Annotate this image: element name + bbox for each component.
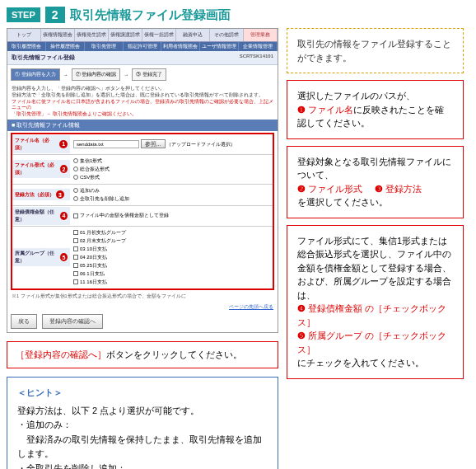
panel-title: ■ 取引先情報ファイル情報: [7, 120, 278, 131]
badge-ref-1: ❶: [297, 105, 306, 115]
step-header: STEP 2 取引先情報ファイル登録画面: [7, 7, 469, 23]
badge-ref-3: ❸: [375, 184, 383, 194]
tab-top[interactable]: トップ: [7, 29, 41, 41]
radio-format-3[interactable]: CSV形式: [73, 174, 269, 181]
check-group-3[interactable]: 03 10日支払: [73, 246, 269, 253]
flow-steps: ① 登録内容を入力 → ② 登録内容の確認 → ③ 登録完了: [7, 65, 278, 84]
row-fileformat: ファイル形式（必須）2 集信1形式 総合振込形式 CSV形式: [12, 155, 273, 185]
tab-hassei[interactable]: 債権発生請求: [75, 29, 109, 41]
note-line: にチェックを入れてください。: [297, 358, 424, 368]
page-top-link[interactable]: ページの先頭へ戻る: [229, 304, 273, 309]
hint-item-1-title: ・追加のみ：: [17, 418, 268, 433]
subtab-5[interactable]: ユーザ情報管理: [200, 42, 239, 51]
radio-method-2[interactable]: 全取引先を削除し追加: [73, 195, 269, 203]
badge-3: 3: [56, 190, 64, 199]
note-line: 登録対象となる取引先情報ファイルについて、: [297, 157, 451, 181]
flow-step-3: ③ 登録完了: [132, 68, 166, 81]
ref-text-3: 登録方法: [385, 184, 422, 194]
label-method: 登録方法（必須）3: [12, 189, 70, 200]
footnote: ※1 ファイル形式が集信1形式または総合振込形式の場合で、金額をファイルに: [7, 292, 278, 301]
callout-emph: ［登録内容の確認へ］: [16, 349, 106, 359]
section-title: 取引先情報ファイル登録: [12, 54, 75, 60]
check-group-4[interactable]: 04 20日支払: [73, 254, 269, 261]
radio-method-1[interactable]: 追加のみ: [73, 187, 269, 195]
subtab-4[interactable]: 利用者情報照会: [161, 42, 200, 51]
radio-format-1[interactable]: 集信1形式: [73, 157, 269, 165]
row-amount: 登録債権金額（任意）4 ファイル中の金額を債権金額として登録: [12, 206, 273, 227]
label-fileformat: ファイル形式（必須）2: [12, 160, 70, 178]
badge-2: 2: [60, 165, 68, 173]
note-line: を選択してください。: [297, 197, 388, 207]
browse-button[interactable]: 参照...: [141, 139, 166, 148]
ref-text-4: 登録債権金額: [308, 303, 362, 313]
section-header: 取引先情報ファイル登録 SCRTSK14101: [7, 51, 278, 65]
row-group: 所属グループ（任意）5 01 月初支払グループ 02 月末支払グループ 03 1…: [12, 227, 273, 288]
hint-lead: 登録方法は、以下 2 点より選択が可能です。: [17, 404, 268, 419]
flow-arrow-icon: →: [63, 73, 68, 77]
desc-line: 登録方法で「全取引先を削除し追加」を選択した場合は、既に登録されている取引先情報…: [12, 92, 273, 99]
hint-title: ＜ヒント＞: [17, 386, 268, 401]
flow-step-1: ① 登録内容を入力: [11, 68, 60, 81]
check-amount[interactable]: ファイル中の金額を債権金額として登録: [73, 212, 269, 219]
note-line: ファイル形式にて、集信1形式または総合振込形式を選択し、ファイル中の金額を債権金…: [297, 236, 451, 300]
tab-ikkatsu[interactable]: 債権一括請求: [142, 29, 176, 41]
footer-buttons: 戻る 登録内容の確認へ: [7, 311, 278, 332]
step-title: 取引先情報ファイル登録画面: [70, 7, 231, 23]
back-button[interactable]: 戻る: [11, 314, 37, 329]
radio-format-2[interactable]: 総合振込形式: [73, 166, 269, 173]
check-group-2[interactable]: 02 月末支払グループ: [73, 237, 269, 245]
tab-kanri[interactable]: 管理業務: [244, 29, 278, 41]
step-label: STEP: [7, 7, 40, 22]
flow-step-2: ② 登録内容の確認: [72, 68, 121, 81]
subtab-0[interactable]: 取引履歴照会: [7, 42, 46, 51]
row-method: 登録方法（必須）3 追加のみ 全取引先を削除し追加: [12, 185, 273, 206]
tab-yushi[interactable]: 融資申込: [176, 29, 210, 41]
note-checkbox: ファイル形式にて、集信1形式または総合振込形式を選択し、ファイル中の金額を債権金…: [287, 225, 464, 379]
badge-ref-2: ❷: [297, 184, 306, 194]
confirm-button[interactable]: 登録内容の確認へ: [42, 314, 103, 329]
row-filename: ファイル名（必須）1 senddata.txt 参照... （アップロードファイ…: [12, 134, 273, 155]
badge-4: 4: [60, 212, 68, 220]
check-group-7[interactable]: 11 16日支払: [73, 279, 269, 286]
callout-confirm: ［登録内容の確認へ］ボタンをクリックしてください。: [7, 341, 278, 368]
badge-5: 5: [60, 253, 68, 261]
desc-warning: 「取引先管理」→ 取引先情報照会よりご確認ください。: [12, 111, 273, 118]
subtab-1[interactable]: 操作履歴照会: [46, 42, 85, 51]
description-text: 登録内容を入力し、「登録内容の確認へ」ボタンを押してください。 登録方法で「全取…: [7, 84, 278, 120]
label-group: 所属グループ（任意）5: [12, 248, 70, 266]
subtab-6[interactable]: 企業情報管理: [239, 42, 278, 51]
subtab-3[interactable]: 指定許可管理: [124, 42, 162, 51]
label-amount: 登録債権金額（任意）4: [12, 207, 70, 225]
tab-saiken-shokai[interactable]: 債権情報照会: [41, 29, 75, 41]
filename-input[interactable]: senddata.txt: [73, 140, 139, 148]
form-area: ファイル名（必須）1 senddata.txt 参照... （アップロードファイ…: [11, 133, 274, 290]
hint-item-2-title: ・全取引先を削除し追加：: [17, 462, 268, 469]
badge-ref-5: ❺: [297, 331, 306, 340]
sub-tabs: 取引履歴照会 操作履歴照会 取引先管理 指定許可管理 利用者情報照会 ユーザ情報…: [7, 42, 278, 51]
note-filename: 選択したファイルのパスが、 ❶ ファイル名に反映されたことを確認してください。: [287, 80, 464, 139]
hint-box: ＜ヒント＞ 登録方法は、以下 2 点より選択が可能です。 ・追加のみ： 登録済み…: [7, 377, 278, 469]
check-group-1[interactable]: 01 月初支払グループ: [73, 229, 269, 237]
app-window: トップ 債権情報照会 債権発生請求 債権譲渡請求 債権一括請求 融資申込 その他…: [7, 28, 278, 333]
badge-ref-4: ❹: [297, 303, 306, 313]
check-group-5[interactable]: 05 25日支払: [73, 262, 269, 270]
callout-text: ボタンをクリックしてください。: [106, 349, 242, 359]
ref-text-1: ファイル名: [308, 105, 353, 115]
tab-sonota[interactable]: その他請求: [210, 29, 244, 41]
screen-id: SCRTSK14101: [240, 54, 273, 59]
upload-hint: （アップロードファイル選択）: [166, 142, 236, 147]
desc-warning: ファイル名に使ファイル名に日本語が含まれるファイルの場合、登録済みの取引先情報の…: [12, 99, 273, 112]
flow-arrow-icon: →: [124, 73, 128, 77]
check-group-6[interactable]: 06 1日支払: [73, 270, 269, 278]
label-filename: ファイル名（必須）1: [12, 135, 70, 153]
badge-1: 1: [59, 140, 68, 148]
ref-text-5: 所属グループ: [308, 331, 362, 340]
ref-text-2: ファイル形式: [308, 184, 362, 194]
desc-line: 登録内容を入力し、「登録内容の確認へ」ボタンを押してください。: [12, 86, 273, 92]
top-tabs: トップ 債権情報照会 債権発生請求 債権譲渡請求 債権一括請求 融資申込 その他…: [7, 29, 278, 42]
step-number: 2: [45, 7, 65, 23]
note-intro: 取引先の情報をファイル登録することができます。: [287, 28, 464, 73]
subtab-2[interactable]: 取引先管理: [85, 42, 124, 51]
tab-joto[interactable]: 債権譲渡請求: [109, 29, 142, 41]
note-line: 選択したファイルのパスが、: [297, 91, 415, 101]
